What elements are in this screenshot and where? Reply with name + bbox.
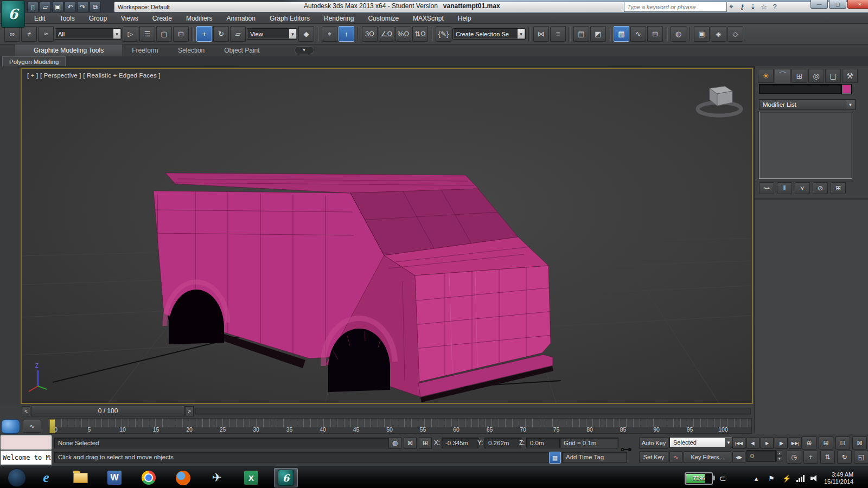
bind-to-space-warp-icon[interactable]: ≈ xyxy=(38,26,54,42)
project-folder-button[interactable]: ⧉ xyxy=(90,2,101,12)
battery-saver-icon[interactable]: ⊂ xyxy=(717,473,728,484)
object-name-field[interactable] xyxy=(759,84,841,94)
angle-snap-icon[interactable]: ∠Ω xyxy=(379,26,394,42)
make-unique-button[interactable]: ⋎ xyxy=(795,182,810,194)
tab-modify[interactable]: ⌒ xyxy=(775,69,790,83)
material-editor-icon[interactable]: ◩ xyxy=(590,26,606,42)
select-and-rotate-icon[interactable]: ↻ xyxy=(213,26,229,42)
percent-snap-icon[interactable]: %Ω xyxy=(395,26,411,42)
toggle-ribbon-icon[interactable]: ▦ xyxy=(614,26,629,42)
tab-utilities[interactable]: ⚒ xyxy=(842,69,858,83)
separator[interactable] xyxy=(528,27,531,41)
taskbar-internet-explorer[interactable]: e xyxy=(35,468,58,487)
separator[interactable] xyxy=(431,27,433,41)
object-color-swatch[interactable] xyxy=(841,84,852,94)
select-and-link-icon[interactable]: ∞ xyxy=(4,26,20,42)
current-frame-spinner[interactable]: 0 ▲▼ xyxy=(746,451,782,461)
communication-center-icon[interactable]: ⇣ xyxy=(748,2,758,11)
login-key-icon[interactable]: ⚷ xyxy=(737,2,748,11)
time-slider-prev-button[interactable]: < xyxy=(22,406,30,416)
key-filters-button[interactable]: Key Filters... xyxy=(684,451,731,463)
save-file-button[interactable]: ▣ xyxy=(52,2,63,12)
zoom-extents-all-icon[interactable]: ⊠ xyxy=(852,436,867,450)
separator[interactable] xyxy=(666,27,668,41)
zoom-icon[interactable]: ⊕ xyxy=(802,436,816,450)
window-crossing-toggle-icon[interactable]: ⊡ xyxy=(173,26,189,42)
search-binoculars-icon[interactable]: ⌖ xyxy=(726,2,737,11)
tab-display[interactable]: ▢ xyxy=(825,69,841,83)
keyboard-shortcut-override-icon[interactable]: ↑ xyxy=(339,26,354,42)
pin-stack-button[interactable]: ⊶ xyxy=(759,182,774,194)
manage-layers-icon[interactable]: ▤ xyxy=(573,26,589,42)
action-center-icon[interactable]: ⚑ xyxy=(766,473,777,484)
time-slider-track[interactable] xyxy=(195,408,751,415)
auto-key-button[interactable]: Auto Key xyxy=(639,437,668,449)
ribbon-collapse-button[interactable]: ▾ xyxy=(295,46,314,54)
time-tag-icon[interactable]: ▦ xyxy=(549,452,561,464)
tab-selection[interactable]: Selection xyxy=(168,44,214,56)
maximize-button[interactable]: ▢ xyxy=(829,0,846,9)
key-mode-toggle[interactable]: ◀▶ xyxy=(732,451,745,463)
mini-listener-scroll-button[interactable] xyxy=(1,419,20,434)
zoom-all-icon[interactable]: ⊞ xyxy=(819,436,833,450)
mirror-icon[interactable]: ⋈ xyxy=(533,26,549,42)
snaps-toggle-3d-icon[interactable]: 3Ω xyxy=(362,26,378,42)
menu-item[interactable]: Customize xyxy=(361,13,406,24)
previous-frame-button[interactable]: ◀| xyxy=(746,437,760,449)
go-to-start-button[interactable]: |◀◀ xyxy=(732,437,745,449)
menu-item[interactable]: Create xyxy=(145,13,179,24)
menu-item[interactable]: MAXScript xyxy=(406,13,451,24)
time-slider-readout[interactable]: 0 / 100 xyxy=(31,406,185,416)
track-bar-ruler[interactable]: 0510152025303540455055606570758085909510… xyxy=(48,418,752,434)
close-button[interactable]: × xyxy=(847,0,868,9)
separator[interactable] xyxy=(192,27,194,41)
coord-y-field[interactable]: 0.262m xyxy=(484,438,521,448)
render-setup-icon[interactable]: ◍ xyxy=(671,26,686,42)
quick-render-icon[interactable]: ◇ xyxy=(727,26,743,42)
orbit-viewport-icon[interactable]: ↻ xyxy=(837,451,852,464)
use-pivot-point-center-icon[interactable]: ◆ xyxy=(298,26,314,42)
show-end-result-button[interactable]: ‖ xyxy=(777,182,792,194)
coord-z-field[interactable]: 0.0m xyxy=(526,438,560,448)
menu-item[interactable]: Modifiers xyxy=(179,13,220,24)
taskbar-word[interactable]: W xyxy=(103,468,126,487)
rectangular-selection-region-icon[interactable]: ▢ xyxy=(156,26,172,42)
viewcube[interactable] xyxy=(693,80,745,119)
select-and-manipulate-icon[interactable]: ⌖ xyxy=(322,26,337,42)
edit-named-selection-sets-icon[interactable]: {✎} xyxy=(436,26,451,42)
transform-gizmo-toggle[interactable]: ⊞ xyxy=(419,437,432,449)
time-configuration-icon[interactable]: ◷ xyxy=(787,451,801,464)
play-animation-button[interactable]: ▶ xyxy=(761,437,774,449)
taskbar-chrome[interactable] xyxy=(137,468,160,487)
menu-item[interactable]: Help xyxy=(451,13,478,24)
frame-value[interactable]: 0 xyxy=(746,450,776,462)
select-and-scale-icon[interactable]: ▱ xyxy=(230,26,246,42)
next-frame-button[interactable]: |▶ xyxy=(775,437,788,449)
undo-button[interactable]: ↶ xyxy=(65,2,76,12)
battery-indicator[interactable]: 71% xyxy=(685,472,713,485)
taskbar-windows-explorer[interactable] xyxy=(69,468,92,487)
align-icon[interactable]: ≡ xyxy=(550,26,566,42)
selected-set-dropdown[interactable]: Selected xyxy=(669,437,733,448)
separator[interactable] xyxy=(357,27,359,41)
tab-freeform[interactable]: Freeform xyxy=(122,44,168,56)
spinner-arrows[interactable]: ▲▼ xyxy=(776,451,782,461)
separator[interactable] xyxy=(609,27,611,41)
time-slider-next-button[interactable]: > xyxy=(185,406,194,416)
menu-item[interactable]: Edit xyxy=(27,13,53,24)
taskbar-3dsmax[interactable]: 6 xyxy=(274,468,298,487)
reference-coordinate-system-dropdown[interactable]: View xyxy=(247,28,297,40)
search-input[interactable] xyxy=(624,2,727,12)
go-to-end-button[interactable]: ▶▶| xyxy=(789,437,802,449)
render-production-icon[interactable]: ◈ xyxy=(711,26,726,42)
taskbar-mail[interactable]: ✈ xyxy=(206,468,228,487)
application-menu-button[interactable]: 6 xyxy=(1,1,25,28)
maxscript-mini-listener[interactable]: Welcome to Mi xyxy=(1,451,52,465)
zoom-extents-selected-icon[interactable]: ⊡ xyxy=(835,436,850,450)
spinner-snap-icon[interactable]: ⇅Ω xyxy=(412,26,428,42)
rendered-frame-window-icon[interactable]: ▣ xyxy=(694,26,710,42)
tab-object-paint[interactable]: Object Paint xyxy=(214,44,269,56)
volume-icon[interactable] xyxy=(810,474,820,482)
favorites-star-icon[interactable]: ☆ xyxy=(758,2,769,11)
redo-button[interactable]: ↷ xyxy=(77,2,88,12)
